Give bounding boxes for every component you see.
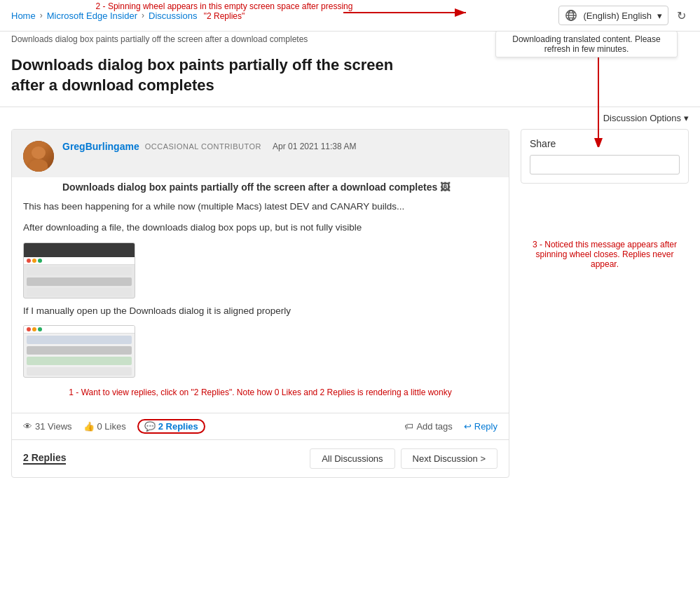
post-stats: 👁 31 Views 👍 0 Likes 💬 2 Replies: [23, 419, 205, 434]
dot-yellow-1: [32, 259, 36, 263]
discussion-options-bar: Discussion Options ▾: [0, 107, 700, 129]
add-tags-button[interactable]: 🏷 Add tags: [404, 421, 452, 432]
discussion-options-label: Discussion Options: [603, 113, 681, 123]
dot-red-2: [27, 327, 31, 331]
likes-button[interactable]: 👍 0 Likes: [81, 420, 129, 433]
post-body-line-2: After downloading a file, the downloads …: [23, 221, 497, 235]
add-tags-label: Add tags: [416, 421, 452, 432]
contributor-badge: OCCASIONAL CONTRIBUTOR: [145, 142, 261, 151]
replies-text: 2 Replies: [158, 421, 198, 432]
replies-section: 2 Replies All Discussions Next Discussio…: [12, 439, 509, 477]
thumb-row-4: [27, 336, 132, 344]
breadcrumb-edge-insider[interactable]: Microsoft Edge Insider: [47, 11, 137, 21]
sidebar: Share 3 - Noticed this message appears a…: [521, 129, 689, 478]
share-label: Share: [530, 138, 680, 149]
replies-icon: 💬: [144, 421, 156, 432]
page-wrapper: 2 - Spinning wheel appears in this empty…: [0, 0, 700, 590]
breadcrumb-sep-1: ›: [40, 11, 43, 20]
screenshot-1: [23, 242, 135, 299]
likes-text: 0 Likes: [97, 421, 126, 432]
post-meta: GregBurlingame OCCASIONAL CONTRIBUTOR Ap…: [62, 141, 497, 152]
page-title: Downloads dialog box paints partially of…: [11, 55, 418, 95]
reply-button[interactable]: ↩ Reply: [464, 421, 497, 432]
thumb-row-3: [27, 288, 132, 296]
screenshot-2: [23, 325, 135, 378]
reply-label: Reply: [474, 421, 497, 432]
post-body-line-1: This has been happening for a while now …: [23, 200, 497, 214]
image-icon: 🖼: [440, 181, 450, 193]
annotation-3: 3 - Noticed this message appears after s…: [521, 240, 689, 269]
thumb-header-row-2: [24, 326, 135, 334]
next-discussion-button[interactable]: Next Discussion >: [401, 448, 497, 469]
chevron-down-icon-2: ▾: [684, 113, 689, 123]
post-body: This has been happening for a while now …: [12, 194, 509, 413]
views-text: 31 Views: [35, 421, 72, 432]
share-box: Share: [521, 129, 689, 184]
top-nav: Home › Microsoft Edge Insider › Discussi…: [0, 0, 700, 32]
replies-button[interactable]: 💬 2 Replies: [137, 419, 205, 434]
sub-breadcrumb-text: Downloads dialog box paints partially of…: [11, 34, 308, 44]
avatar: [23, 141, 54, 172]
replies-link[interactable]: 2 Replies: [23, 452, 66, 465]
nav-buttons: All Discussions Next Discussion >: [310, 448, 497, 469]
thumb-header-row-1: [24, 257, 135, 265]
breadcrumb-discussions[interactable]: Discussions: [149, 11, 197, 21]
breadcrumb-home[interactable]: Home: [11, 11, 36, 21]
reply-icon: ↩: [464, 421, 472, 432]
dot-yellow-2: [32, 327, 36, 331]
discussion-options-button[interactable]: Discussion Options ▾: [603, 113, 689, 123]
language-selector[interactable]: (English) English ▾: [558, 6, 668, 25]
dot-green-1: [38, 259, 42, 263]
thumb-row-2: [27, 277, 132, 286]
breadcrumb-sep-2: ›: [142, 11, 144, 20]
main-content: GregBurlingame OCCASIONAL CONTRIBUTOR Ap…: [0, 129, 700, 489]
post-card: GregBurlingame OCCASIONAL CONTRIBUTOR Ap…: [11, 129, 509, 478]
thumb-row-5: [27, 346, 132, 355]
notification-bar: Downloading translated content. Please r…: [495, 31, 678, 57]
like-icon: 👍: [83, 421, 95, 432]
thumb-row-6: [27, 357, 132, 365]
post-footer: 👁 31 Views 👍 0 Likes 💬 2 Replies 🏷: [12, 413, 509, 439]
share-input[interactable]: [530, 155, 680, 174]
breadcrumb: Home › Microsoft Edge Insider › Discussi…: [11, 11, 197, 21]
avatar-image: [23, 141, 54, 172]
thumb-row-1: [27, 267, 132, 275]
post-author: GregBurlingame: [62, 141, 139, 152]
post-header: GregBurlingame OCCASIONAL CONTRIBUTOR Ap…: [12, 130, 509, 177]
dot-red-1: [27, 259, 31, 263]
post-title-row: Downloads dialog box paints partially of…: [12, 177, 509, 194]
post-title-text: Downloads dialog box paints partially of…: [62, 181, 437, 193]
post-date: Apr 01 2021 11:38 AM: [273, 142, 356, 151]
views-count: 👁 31 Views: [23, 421, 72, 432]
dot-green-2: [38, 327, 42, 331]
annotation-1: 1 - Want to view replies, click on "2 Re…: [23, 383, 497, 402]
eye-icon: 👁: [23, 421, 32, 432]
thumb-bar-1: [24, 243, 135, 257]
post-body-line-3: If I manually open up the Downloads dial…: [23, 304, 497, 318]
refresh-button[interactable]: ↻: [674, 6, 689, 25]
chevron-down-icon: ▾: [657, 11, 662, 21]
language-label: (English) English: [583, 11, 652, 21]
thumb-row-7: [27, 367, 132, 376]
tag-icon: 🏷: [404, 421, 413, 432]
all-discussions-button[interactable]: All Discussions: [310, 448, 394, 469]
globe-icon: [565, 9, 577, 22]
